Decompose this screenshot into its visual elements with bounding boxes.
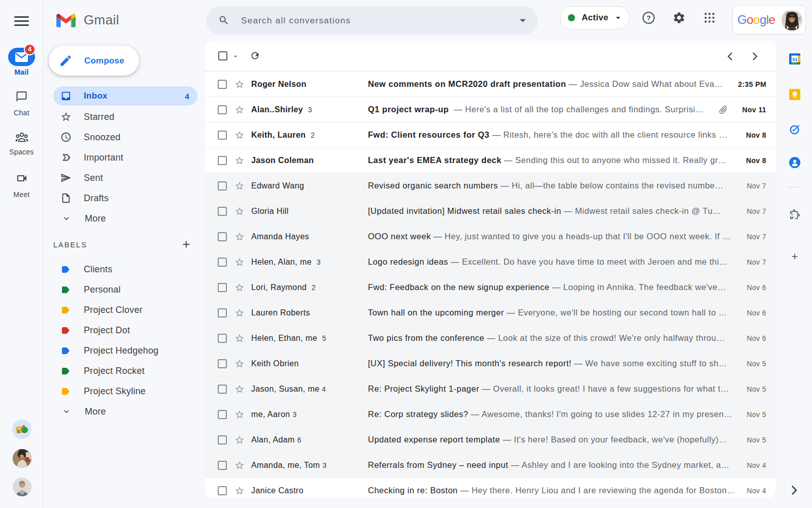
svg-text:?: ? xyxy=(647,14,651,22)
svg-text:31: 31 xyxy=(792,56,798,62)
